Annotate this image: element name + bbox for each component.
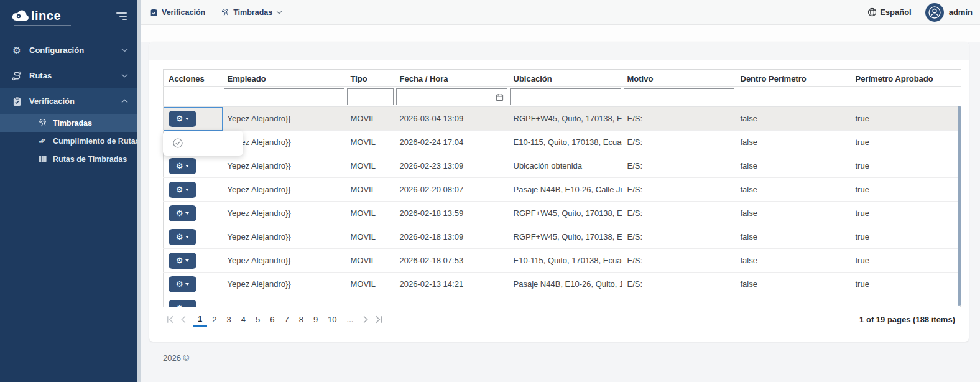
caret-down-icon bbox=[185, 212, 189, 215]
page-number[interactable]: 1 bbox=[193, 312, 207, 327]
row-actions-button[interactable]: ⚙ bbox=[169, 205, 196, 221]
logo-text: lince bbox=[31, 9, 61, 23]
table-row[interactable]: Yepez Alejandro}} MOVIL 2026-02-24 17:04… bbox=[164, 131, 961, 154]
breadcrumb-timbradas[interactable]: Timbradas bbox=[216, 8, 287, 17]
page-number[interactable]: 10 bbox=[323, 313, 341, 326]
empleado-cell: Yepez Alejandro}} bbox=[223, 107, 346, 131]
col-header-empleado[interactable]: Empleado bbox=[223, 70, 346, 87]
col-header-acciones[interactable]: Acciones bbox=[164, 70, 223, 87]
table-row[interactable]: ⚙ Yepez Alejandro}} MOVIL 2026-02-18 13:… bbox=[164, 225, 961, 249]
sidebar-item-cumplimiento-de-rutas[interactable]: ✔✔ Cumplimiento de Rutas bbox=[0, 132, 137, 150]
sidebar-item-rutas[interactable]: Rutas bbox=[0, 63, 137, 88]
previous-page-button[interactable] bbox=[177, 312, 190, 326]
calendar-icon[interactable] bbox=[496, 93, 504, 101]
filter-empleado-input[interactable] bbox=[224, 88, 344, 105]
sidebar-item-timbradas[interactable]: Timbradas bbox=[0, 114, 137, 132]
table-row[interactable]: ⚙ Yepez Alejandro}} MOVIL 2026-02-18 07:… bbox=[164, 249, 961, 273]
footer-copyright: 2026 © bbox=[163, 353, 980, 363]
caret-down-icon bbox=[185, 236, 189, 238]
tipo-cell: MOVIL bbox=[346, 131, 395, 154]
col-header-perimetro-aprobado[interactable]: Perímetro Aprobado bbox=[851, 70, 961, 87]
col-header-ubicacion[interactable]: Ubicación bbox=[509, 70, 622, 87]
topbar: Verificación Timbradas bbox=[141, 0, 980, 25]
clipboard-check-icon bbox=[150, 8, 158, 17]
next-page-button[interactable] bbox=[358, 312, 372, 326]
sidebar-menu: ⚙ Configuración Rutas bbox=[0, 37, 137, 168]
gear-icon: ⚙ bbox=[176, 280, 183, 288]
breadcrumb-verificacion[interactable]: Verificación bbox=[145, 8, 210, 17]
page-number[interactable]: 8 bbox=[294, 313, 308, 326]
page-number[interactable]: 7 bbox=[279, 313, 294, 326]
row-actions-button[interactable]: ⚙ bbox=[169, 111, 196, 127]
page-number[interactable]: 5 bbox=[251, 313, 265, 326]
row-actions-button[interactable]: ⚙ bbox=[169, 182, 196, 198]
sidebar-item-rutas-de-timbradas[interactable]: Rutas de Timbradas bbox=[0, 150, 137, 168]
perimetro-aprobado-cell: true bbox=[851, 225, 961, 249]
double-check-icon: ✔✔ bbox=[36, 137, 49, 146]
gear-icon: ⚙ bbox=[176, 162, 183, 170]
col-header-dentro-perimetro[interactable]: Dentro Perímetro bbox=[736, 70, 851, 87]
logo-cloud-icon bbox=[11, 9, 30, 22]
sidebar-toggle-icon[interactable] bbox=[116, 12, 127, 20]
tipo-cell: MOVIL bbox=[346, 249, 395, 273]
clipboard-check-icon bbox=[10, 96, 24, 106]
caret-down-icon bbox=[185, 165, 189, 167]
col-header-fecha-hora[interactable]: Fecha / Hora bbox=[395, 70, 509, 87]
pagination-summary: 1 of 19 pages (188 items) bbox=[859, 315, 955, 324]
page-number[interactable]: 9 bbox=[308, 313, 323, 326]
approve-menu-item[interactable] bbox=[172, 137, 183, 149]
perimetro-aprobado-cell: true bbox=[851, 107, 961, 131]
sidebar-item-verificacion[interactable]: Verificación bbox=[0, 88, 137, 114]
actions-cell: ⚙ bbox=[164, 249, 223, 273]
perimetro-aprobado-cell: true bbox=[851, 131, 961, 154]
page-number[interactable]: 2 bbox=[207, 313, 221, 326]
dentro-perimetro-cell: false bbox=[736, 107, 851, 131]
table-row[interactable]: ⚙ Yepez Alejandro}} MOVIL 2026-02-20 08:… bbox=[164, 178, 961, 202]
table-row[interactable]: ⚙ Yepez Alejandro}} MOVIL 2026-02-13 14:… bbox=[164, 273, 961, 296]
page-number[interactable]: 3 bbox=[221, 313, 236, 326]
last-page-button[interactable] bbox=[372, 312, 386, 326]
sidebar-scrollbar[interactable] bbox=[137, 0, 141, 382]
filter-motivo-input[interactable] bbox=[624, 88, 734, 105]
row-actions-button[interactable]: ⚙ bbox=[169, 158, 196, 174]
table-vertical-scrollbar[interactable] bbox=[958, 106, 961, 306]
perimetro-aprobado-cell: true bbox=[851, 154, 961, 178]
grid-toolbar bbox=[149, 42, 969, 60]
row-actions-button[interactable]: ⚙ bbox=[169, 300, 196, 307]
user-menu[interactable]: admin bbox=[925, 3, 973, 22]
table-row[interactable]: ⚙ Yepez Alejandro}} MOVIL 2026-02-18 13:… bbox=[164, 202, 961, 225]
main-area: Verificación Timbradas bbox=[141, 0, 980, 382]
filter-ubicacion-input[interactable] bbox=[510, 88, 621, 105]
sidebar-item-configuracion[interactable]: ⚙ Configuración bbox=[0, 37, 137, 63]
col-header-motivo[interactable]: Motivo bbox=[622, 70, 736, 87]
row-actions-button[interactable]: ⚙ bbox=[169, 253, 196, 269]
ubicacion-cell: Pasaje N44B, E10-26, Calle Ji... bbox=[509, 178, 622, 202]
filter-fecha-input[interactable] bbox=[396, 88, 507, 105]
row-actions-button[interactable]: ⚙ bbox=[169, 276, 196, 292]
col-header-tipo[interactable]: Tipo bbox=[346, 70, 395, 87]
row-actions-button[interactable]: ⚙ bbox=[169, 229, 196, 245]
logo[interactable]: lince bbox=[11, 9, 71, 26]
page-number[interactable]: 4 bbox=[236, 313, 251, 326]
app-root: lince ⚙ Configuración bbox=[0, 0, 980, 382]
motivo-cell: E/S: bbox=[622, 131, 736, 154]
filter-row bbox=[164, 87, 961, 107]
ubicacion-cell: E10-115, Quito, 170138, Ecuador bbox=[509, 131, 622, 154]
actions-cell: ⚙ bbox=[164, 178, 223, 202]
ubicacion-cell: RGPF+W45, Quito, 170138, Ec... bbox=[509, 107, 622, 131]
actions-cell: ⚙ bbox=[164, 202, 223, 225]
filter-tipo-input[interactable] bbox=[347, 88, 394, 105]
ubicacion-cell: Pasaje N44B, E10-26, Quito, 1... bbox=[509, 273, 622, 296]
ubicacion-cell: E10-115, Quito, 170138, Ecuador bbox=[509, 249, 622, 273]
motivo-cell: E/S: bbox=[622, 154, 736, 178]
page-number[interactable]: 6 bbox=[265, 313, 279, 326]
language-selector[interactable]: Español bbox=[867, 7, 912, 17]
tipo-cell: MOVIL bbox=[346, 178, 395, 202]
table-row[interactable]: ⚙ Yepez Alejandro}} MOVIL 2026-02-23 13:… bbox=[164, 154, 961, 178]
pagination-bar: 1 2 3 4 5 6 7 8 9 10 ... 1 of 19 pages (… bbox=[149, 307, 969, 332]
motivo-cell: E/S: bbox=[622, 225, 736, 249]
table-row-partial[interactable]: ⚙ bbox=[163, 296, 961, 307]
chevron-up-icon bbox=[121, 99, 128, 103]
table-row[interactable]: ⚙ Yepez Alejandro}} MOVIL 2026-03-04 13:… bbox=[164, 107, 961, 131]
first-page-button[interactable] bbox=[163, 312, 177, 326]
